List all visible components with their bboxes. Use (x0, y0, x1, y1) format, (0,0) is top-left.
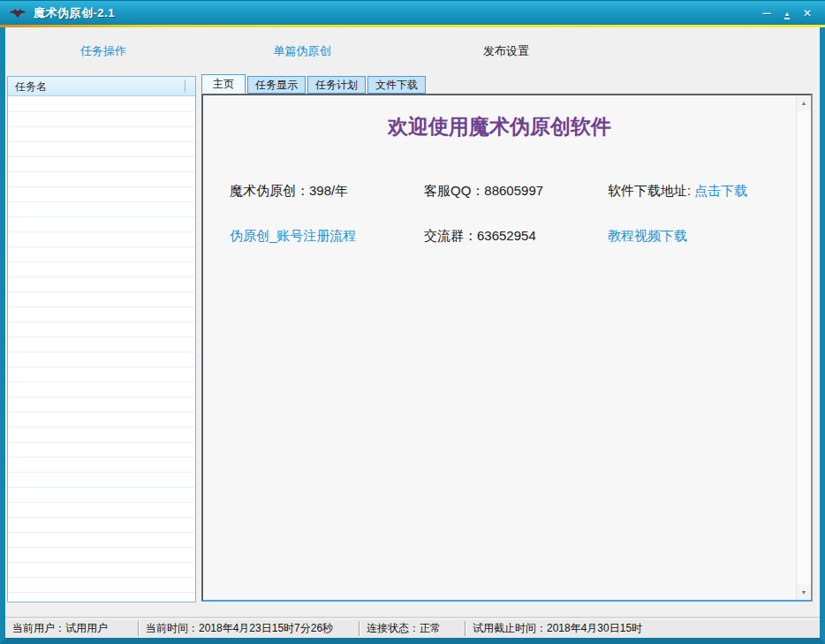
nav-item-task-operations[interactable]: 任务操作 (80, 43, 126, 59)
client-area: 任务操作 单篇伪原创 发布设置 任务名 主页 任务显示 任务计划 文件下载 欢迎… (0, 27, 825, 644)
status-connection-state: 连接状态：正常 (359, 621, 465, 636)
close-button[interactable]: ✕ (801, 8, 814, 19)
download-link[interactable]: 点击下载 (694, 183, 747, 198)
window-title: 魔术伪原创-2.1 (34, 5, 115, 21)
status-current-time: 当前时间：2018年4月23日15时7分26秒 (138, 621, 359, 636)
group-qq-text: 交流群：63652954 (424, 228, 536, 245)
service-qq-text: 客服QQ：88605997 (424, 183, 543, 200)
status-trial-deadline: 试用截止时间：2018年4月30日15时 (465, 621, 820, 636)
nav-item-single-pseudo-original[interactable]: 单篇伪原创 (274, 43, 331, 59)
task-list-body[interactable] (8, 97, 195, 602)
titlebar: 魔术伪原创-2.1 ─ ▲ ✕ (0, 0, 825, 25)
task-list-column-header[interactable]: 任务名 (8, 77, 195, 96)
status-current-user: 当前用户：试用用户 (5, 621, 138, 636)
status-bar: 当前用户：试用用户 当前时间：2018年4月23日15时7分26秒 连接状态：正… (5, 618, 820, 638)
welcome-heading: 欢迎使用魔术伪原创软件 (203, 113, 796, 140)
download-address-cell: 软件下载地址: 点击下载 (608, 183, 747, 200)
vertical-scrollbar[interactable]: ▲ ▼ (796, 95, 811, 600)
maximize-button[interactable]: ▲ (781, 7, 793, 19)
minimize-button[interactable]: ─ (761, 8, 773, 19)
account-register-guide-link[interactable]: 伪原创_账号注册流程 (230, 228, 356, 245)
task-list-panel: 任务名 (7, 76, 196, 602)
maximize-icon: ▲ (784, 11, 791, 19)
tab-file-download[interactable]: 文件下载 (367, 76, 426, 94)
app-window: 魔术伪原创-2.1 ─ ▲ ✕ 任务操作 单篇伪原创 发布设置 任务名 主页 任… (0, 0, 825, 644)
app-icon (9, 7, 26, 19)
tab-task-schedule[interactable]: 任务计划 (307, 76, 366, 94)
home-content-panel: 欢迎使用魔术伪原创软件 魔术伪原创：398/年 客服QQ：88605997 软件… (201, 94, 813, 602)
scroll-up-icon[interactable]: ▲ (797, 95, 811, 110)
price-text: 魔术伪原创：398/年 (230, 183, 348, 200)
tutorial-video-link[interactable]: 教程视频下载 (608, 228, 687, 245)
nav-item-publish-settings[interactable]: 发布设置 (483, 43, 529, 59)
download-address-label: 软件下载地址: (608, 183, 694, 198)
info-row: 魔术伪原创：398/年 客服QQ：88605997 软件下载地址: 点击下载 (203, 183, 796, 201)
tab-home[interactable]: 主页 (201, 74, 246, 94)
info-row: 伪原创_账号注册流程 交流群：63652954 教程视频下载 (203, 228, 796, 246)
tabstrip: 主页 任务显示 任务计划 文件下载 (201, 74, 426, 94)
window-controls: ─ ▲ ✕ (761, 1, 814, 26)
tab-task-display[interactable]: 任务显示 (247, 76, 306, 94)
scroll-down-icon[interactable]: ▼ (797, 585, 811, 600)
